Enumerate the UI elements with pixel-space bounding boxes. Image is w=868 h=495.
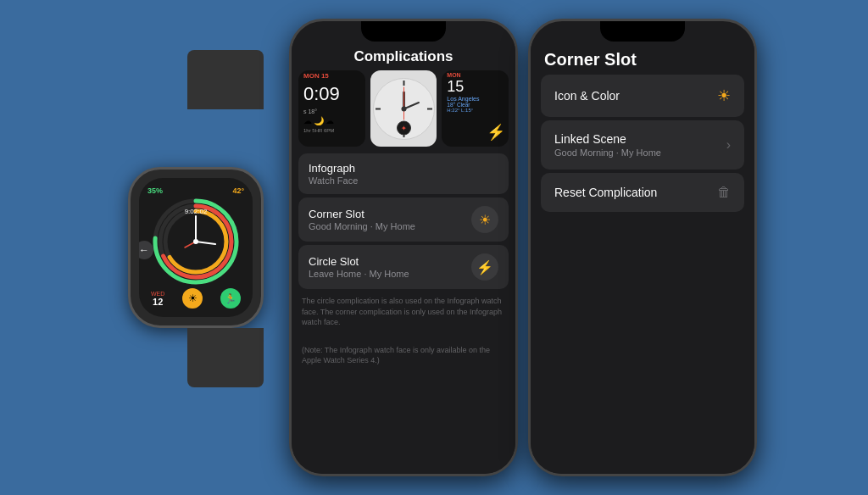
wf3-city: Los Angeles <box>442 96 509 102</box>
wf3-icon: ⚡ <box>487 123 505 142</box>
slot-linked-scene-text: Linked Scene Good Morning · My Home <box>554 132 661 158</box>
compl-corner-text: Corner Slot Good Morning · My Home <box>309 208 415 231</box>
watch-face-svg: 9:02:02 <box>149 195 242 288</box>
wf1-sub: s 18° <box>298 108 365 114</box>
wf1-icon3: ☁ <box>326 116 334 125</box>
svg-point-9 <box>193 239 198 244</box>
compl-corner-icon: ☀ <box>471 206 498 233</box>
slot-item-icon-color[interactable]: Icon & Color ☀ <box>541 75 744 117</box>
wf1-day: MON 15 <box>298 70 365 80</box>
sun-icon: ☀ <box>479 212 491 228</box>
wf3-hl: H:22° L:15° <box>442 108 509 113</box>
phone2-screen: Corner Slot Icon & Color ☀ Linked Scene … <box>531 42 754 474</box>
watch-body: 35% 42° <box>128 167 264 328</box>
wf3-num: 15 <box>442 78 509 96</box>
watch-face-3[interactable]: MON 15 Los Angeles 18° Clear H:22° L:15°… <box>442 70 509 147</box>
lightning-icon: ⚡ <box>476 259 493 275</box>
slot-reset-title: Reset Complication <box>554 186 657 199</box>
watch-temp: 42° <box>232 186 244 195</box>
slot-icon-color-title: Icon & Color <box>554 89 620 103</box>
slot-item-reset[interactable]: Reset Complication 🗑 <box>541 173 744 212</box>
slot-item-linked-scene[interactable]: Linked Scene Good Morning · My Home › <box>541 120 744 170</box>
watch-faces-row: MON 15 0:09 s 18° ☁ 🌙 ☁ 1hr 5HR 6PM <box>292 70 515 153</box>
slot-reset-text: Reset Complication <box>554 186 657 199</box>
trash-icon: 🗑 <box>717 185 731 200</box>
compl-circle-title: Circle Slot <box>309 255 409 268</box>
slot-linked-scene-sub: Good Morning · My Home <box>554 147 661 158</box>
watch-device: 35% 42° <box>128 108 264 387</box>
svg-point-19 <box>401 106 406 111</box>
wf1-icon2: 🌙 <box>314 116 324 125</box>
phone2-notch <box>600 21 685 42</box>
compl-note2: (Note: The Infograph watch face is only … <box>292 338 515 373</box>
compl-item-circle[interactable]: Circle Slot Leave Home · My Home ⚡ <box>298 245 509 289</box>
compl-item-corner[interactable]: Corner Slot Good Morning · My Home ☀ <box>298 197 509 242</box>
phone1-title: Complications <box>292 42 515 70</box>
phone2-title: Corner Slot <box>531 42 754 75</box>
slot-linked-scene-title: Linked Scene <box>554 132 661 146</box>
compl-corner-title: Corner Slot <box>309 208 415 220</box>
svg-line-7 <box>196 242 215 244</box>
complication-list: Infograph Watch Face Corner Slot Good Mo… <box>292 153 515 289</box>
compl-circle-sub: Leave Home · My Home <box>309 269 409 279</box>
phone2: Corner Slot Icon & Color ☀ Linked Scene … <box>528 19 757 476</box>
compl-note1: The circle complication is also used on … <box>292 289 515 335</box>
wf3-temp: 18° Clear <box>442 102 509 108</box>
watch-face-2[interactable]: ✦ <box>370 70 437 147</box>
wf3-day: MON <box>442 70 509 78</box>
analog-clock-svg: ✦ <box>372 77 436 141</box>
wf1-icons: ☁ 🌙 ☁ <box>298 114 365 127</box>
watch-date: WED 12 <box>151 291 164 307</box>
watch-band-bottom <box>187 328 264 387</box>
compl-item-infograph[interactable]: Infograph Watch Face <box>298 153 509 194</box>
wf1-times: 1hr 5HR 6PM <box>303 128 334 133</box>
watch-face-1[interactable]: MON 15 0:09 s 18° ☁ 🌙 ☁ 1hr 5HR 6PM <box>298 70 365 147</box>
slot-icon-color-text: Icon & Color <box>554 89 620 103</box>
svg-text:9:02:02: 9:02:02 <box>185 208 208 215</box>
svg-text:✦: ✦ <box>401 125 407 132</box>
compl-circle-text: Circle Slot Leave Home · My Home <box>309 255 409 279</box>
chevron-right-icon: › <box>726 137 731 153</box>
wf1-icon1: ☁ <box>303 116 312 125</box>
phone1-screen: Complications MON 15 0:09 s 18° ☁ 🌙 ☁ 1h… <box>292 42 515 474</box>
compl-infograph-title: Infograph <box>309 162 358 175</box>
watch-container: 35% 42° <box>111 0 281 495</box>
watch-run-icon: 🏃 <box>220 288 241 309</box>
slot-list: Icon & Color ☀ Linked Scene Good Morning… <box>531 75 754 212</box>
compl-circle-icon: ⚡ <box>471 253 498 281</box>
phone1-notch <box>361 21 446 42</box>
sun-icon: ☀ <box>717 86 731 105</box>
compl-infograph-text: Infograph Watch Face <box>309 162 358 186</box>
watch-percent: 35% <box>147 186 163 195</box>
wf1-time: 0:09 <box>298 80 365 108</box>
compl-corner-sub: Good Morning · My Home <box>309 221 415 231</box>
watch-sun-icon: ☀ <box>182 288 203 309</box>
compl-infograph-sub: Watch Face <box>309 175 358 186</box>
watch-band-top <box>187 50 264 109</box>
phone1: Complications MON 15 0:09 s 18° ☁ 🌙 ☁ 1h… <box>289 19 518 476</box>
watch-screen: 35% 42° <box>139 178 253 317</box>
